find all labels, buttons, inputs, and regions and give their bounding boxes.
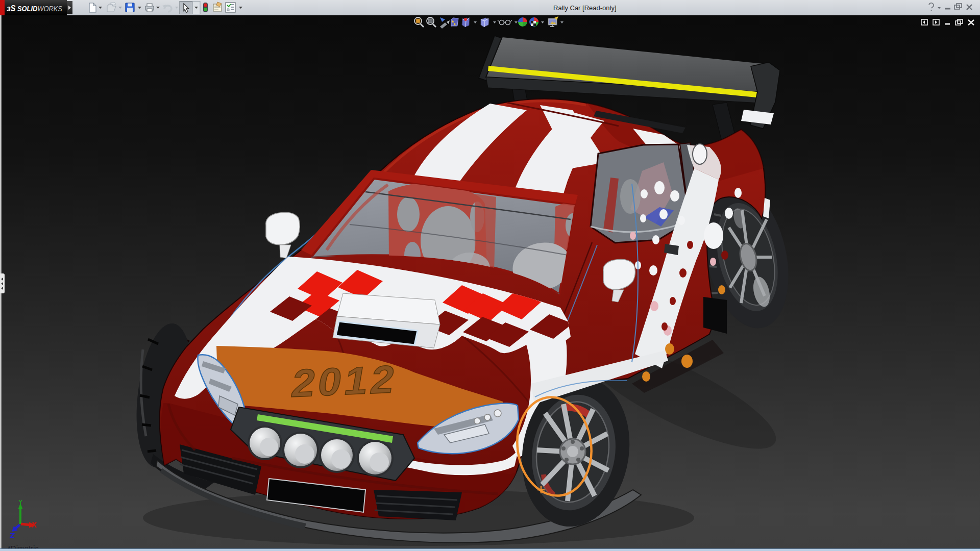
svg-text:2012: 2012 [288, 357, 401, 406]
